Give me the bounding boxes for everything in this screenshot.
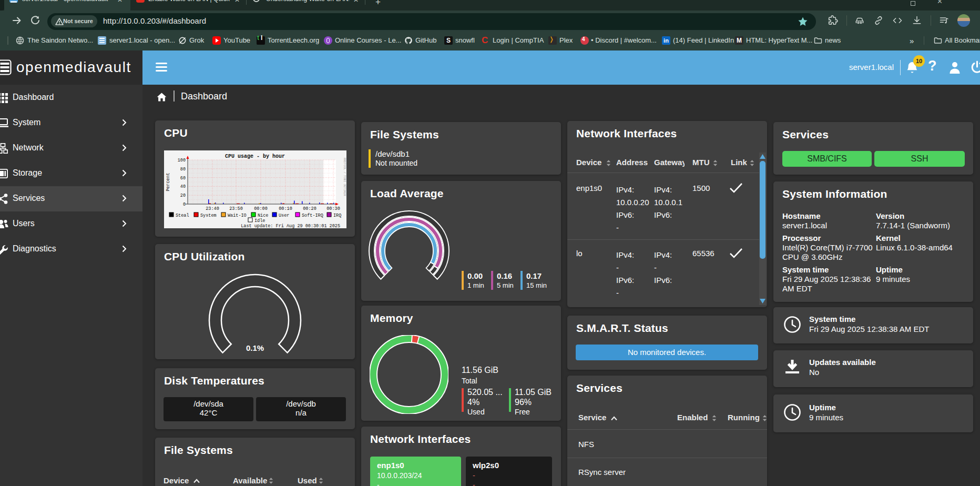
svg-text:IRQ: IRQ [333, 213, 341, 218]
svg-text:System: System [200, 213, 217, 218]
svg-text:00:10: 00:10 [279, 206, 292, 211]
svg-text:23:40: 23:40 [206, 206, 219, 211]
svg-text:00:20: 00:20 [303, 206, 317, 211]
svg-text:80: 80 [180, 167, 186, 172]
svg-text:CPU usage - by hour: CPU usage - by hour [225, 154, 285, 159]
svg-text:23:50: 23:50 [229, 206, 243, 211]
svg-text:Steal: Steal [176, 213, 189, 218]
svg-text:00:00: 00:00 [254, 206, 268, 211]
svg-text:60: 60 [180, 176, 186, 181]
svg-text:RRDTOOL / TOBI OETIKER: RRDTOOL / TOBI OETIKER [343, 158, 346, 196]
svg-text:Percent: Percent [166, 173, 171, 191]
svg-text:0: 0 [183, 202, 186, 207]
svg-text:Wait-IO: Wait-IO [228, 213, 247, 218]
svg-text:User: User [279, 213, 289, 218]
svg-text:Nice: Nice [258, 213, 268, 218]
svg-text:Last update: Fri Aug 29 00:30:: Last update: Fri Aug 29 00:30:01 2025 [241, 224, 340, 228]
svg-text:40: 40 [180, 184, 186, 189]
svg-text:00:30: 00:30 [326, 206, 340, 211]
svg-text:100: 100 [178, 158, 186, 163]
svg-text:Soft-IRQ: Soft-IRQ [302, 213, 323, 218]
svg-text:Idle: Idle [254, 218, 265, 224]
svg-text:20: 20 [180, 193, 186, 198]
